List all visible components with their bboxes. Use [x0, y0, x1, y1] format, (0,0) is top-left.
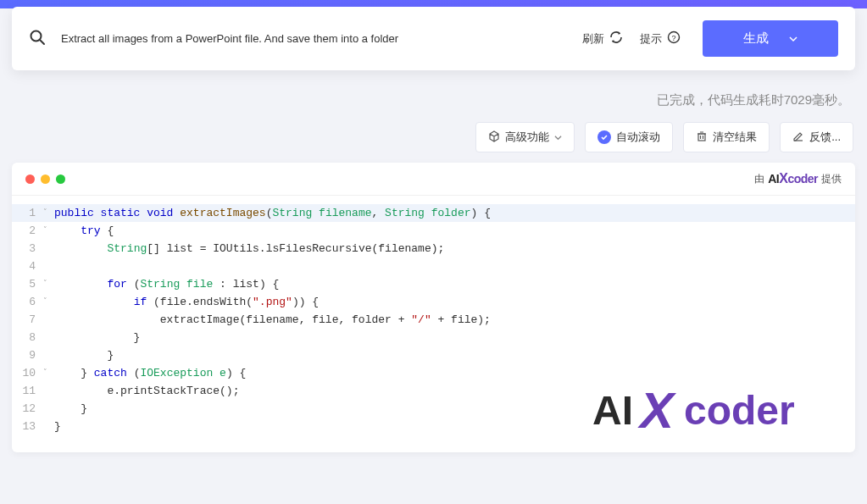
fold-toggle[interactable]: ˅	[39, 204, 51, 222]
prompt-input[interactable]	[61, 32, 577, 45]
status-text: 已完成，代码生成耗时7029毫秒。	[0, 72, 867, 115]
code-line[interactable]: 8 }	[12, 329, 855, 346]
line-number: 4	[12, 258, 39, 275]
svg-rect-4	[698, 134, 705, 141]
trash-icon	[696, 130, 708, 145]
traffic-yellow-icon	[41, 174, 50, 184]
provider-suffix: 提供	[821, 172, 842, 186]
fold-toggle	[39, 240, 51, 258]
code-content: }	[51, 418, 61, 435]
code-content: } catch (IOException e) {	[51, 364, 246, 382]
code-line[interactable]: 11 e.printStackTrace();	[12, 382, 855, 400]
edit-icon	[792, 130, 804, 145]
fold-toggle[interactable]: ˅	[39, 275, 51, 293]
fold-toggle	[39, 346, 51, 364]
code-header: 由 AIXcoder 提供	[12, 163, 855, 196]
fold-toggle[interactable]: ˅	[39, 364, 51, 382]
fold-toggle	[39, 382, 51, 400]
code-panel: 由 AIXcoder 提供 1˅public static void extra…	[12, 163, 855, 452]
search-bar: 刷新 提示 ? 生成	[12, 7, 855, 70]
code-content: }	[51, 329, 140, 346]
hint-label: 提示	[640, 31, 662, 47]
code-content: if (file.endsWith(".png")) {	[51, 293, 319, 311]
brand-logo-small: AIXcoder	[768, 171, 818, 186]
code-content: try {	[51, 222, 114, 240]
refresh-button[interactable]: 刷新	[577, 27, 628, 50]
line-number: 8	[12, 329, 39, 346]
check-circle-icon	[597, 130, 611, 144]
cube-icon	[488, 130, 500, 145]
fold-toggle	[39, 418, 51, 435]
code-content: e.printStackTrace();	[51, 382, 239, 400]
traffic-lights	[25, 174, 65, 184]
generate-button[interactable]: 生成	[703, 20, 838, 57]
code-line[interactable]: 2˅ try {	[12, 222, 855, 240]
code-line[interactable]: 3 String[] list = IOUtils.lsFilesRecursi…	[12, 240, 855, 258]
line-number: 12	[12, 400, 39, 418]
line-number: 9	[12, 346, 39, 364]
advanced-label: 高级功能	[505, 130, 549, 145]
clear-label: 清空结果	[713, 130, 757, 145]
autoscroll-label: 自动滚动	[616, 130, 660, 145]
refresh-icon	[609, 30, 623, 47]
code-body[interactable]: 1˅public static void extractImages(Strin…	[12, 196, 855, 452]
fold-toggle	[39, 258, 51, 275]
code-content: String[] list = IOUtils.lsFilesRecursive…	[51, 240, 444, 258]
code-line[interactable]: 4	[12, 258, 855, 275]
autoscroll-button[interactable]: 自动滚动	[585, 122, 673, 152]
code-content	[51, 258, 54, 275]
code-content: public static void extractImages(String …	[51, 204, 491, 222]
line-number: 13	[12, 418, 39, 435]
clear-button[interactable]: 清空结果	[683, 122, 770, 152]
fold-toggle[interactable]: ˅	[39, 222, 51, 240]
code-line[interactable]: 7 extractImage(filename, file, folder + …	[12, 311, 855, 329]
chevron-down-icon	[789, 31, 798, 46]
code-content: for (String file : list) {	[51, 275, 279, 293]
fold-toggle[interactable]: ˅	[39, 293, 51, 311]
line-number: 6	[12, 293, 39, 311]
code-line[interactable]: 12 }	[12, 400, 855, 418]
code-line[interactable]: 1˅public static void extractImages(Strin…	[12, 204, 855, 222]
refresh-label: 刷新	[582, 31, 604, 47]
svg-line-1	[40, 40, 44, 44]
svg-text:?: ?	[671, 34, 675, 42]
line-number: 1	[12, 204, 39, 222]
fold-toggle	[39, 329, 51, 346]
feedback-button[interactable]: 反馈...	[780, 122, 853, 152]
code-content: }	[51, 346, 114, 364]
advanced-button[interactable]: 高级功能	[475, 122, 575, 152]
hint-button[interactable]: 提示 ?	[635, 27, 686, 50]
line-number: 2	[12, 222, 39, 240]
toolbar: 高级功能 自动滚动 清空结果 反馈...	[0, 115, 867, 163]
feedback-label: 反馈...	[809, 130, 841, 145]
provider-credit: 由 AIXcoder 提供	[754, 171, 842, 186]
code-line[interactable]: 5˅ for (String file : list) {	[12, 275, 855, 293]
line-number: 10	[12, 364, 39, 382]
code-line[interactable]: 10˅ } catch (IOException e) {	[12, 364, 855, 382]
fold-toggle	[39, 400, 51, 418]
line-number: 7	[12, 311, 39, 329]
line-number: 5	[12, 275, 39, 293]
provider-by: 由	[754, 172, 764, 186]
traffic-green-icon	[56, 174, 65, 184]
code-line[interactable]: 9 }	[12, 346, 855, 364]
code-line[interactable]: 13}	[12, 418, 855, 435]
code-content: extractImage(filename, file, folder + "/…	[51, 311, 491, 329]
line-number: 3	[12, 240, 39, 258]
line-number: 11	[12, 382, 39, 400]
generate-label: 生成	[743, 30, 769, 47]
traffic-red-icon	[25, 174, 35, 184]
code-line[interactable]: 6˅ if (file.endsWith(".png")) {	[12, 293, 855, 311]
code-content: }	[51, 400, 87, 418]
question-icon: ?	[667, 30, 681, 47]
chevron-down-icon	[554, 131, 562, 144]
search-icon	[29, 29, 46, 49]
fold-toggle	[39, 311, 51, 329]
